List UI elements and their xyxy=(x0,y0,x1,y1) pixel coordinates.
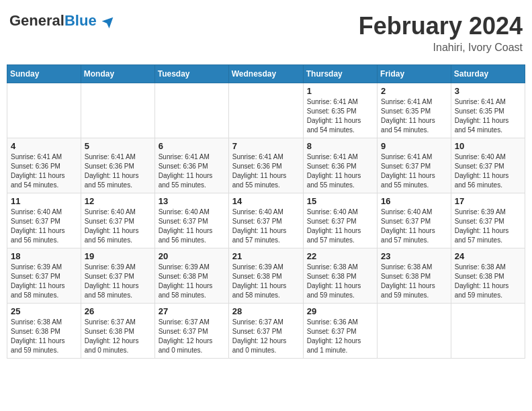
table-row xyxy=(7,83,81,138)
table-row: 24Sunrise: 6:38 AM Sunset: 6:38 PM Dayli… xyxy=(451,248,525,304)
table-row xyxy=(451,304,525,359)
day-number: 21 xyxy=(232,251,300,261)
day-info: Sunrise: 6:41 AM Sunset: 6:36 PM Dayligh… xyxy=(159,152,225,190)
day-info: Sunrise: 6:38 AM Sunset: 6:38 PM Dayligh… xyxy=(307,263,373,300)
table-row: 15Sunrise: 6:40 AM Sunset: 6:37 PM Dayli… xyxy=(303,193,377,248)
table-row: 17Sunrise: 6:39 AM Sunset: 6:37 PM Dayli… xyxy=(451,193,525,248)
header-friday: Friday xyxy=(378,65,451,83)
table-row: 29Sunrise: 6:36 AM Sunset: 6:37 PM Dayli… xyxy=(303,304,377,359)
table-row: 12Sunrise: 6:40 AM Sunset: 6:37 PM Dayli… xyxy=(81,193,154,248)
day-info: Sunrise: 6:38 AM Sunset: 6:38 PM Dayligh… xyxy=(11,318,77,355)
day-number: 25 xyxy=(11,306,77,316)
location-subtitle: Inahiri, Ivory Coast xyxy=(359,42,523,54)
day-info: Sunrise: 6:41 AM Sunset: 6:36 PM Dayligh… xyxy=(85,152,151,190)
table-row: 9Sunrise: 6:41 AM Sunset: 6:37 PM Daylig… xyxy=(378,138,451,193)
table-row: 8Sunrise: 6:41 AM Sunset: 6:36 PM Daylig… xyxy=(303,138,377,193)
header-saturday: Saturday xyxy=(451,65,525,83)
day-number: 2 xyxy=(381,86,447,96)
table-row: 25Sunrise: 6:38 AM Sunset: 6:38 PM Dayli… xyxy=(7,304,81,359)
table-row: 22Sunrise: 6:38 AM Sunset: 6:38 PM Dayli… xyxy=(303,248,377,304)
day-number: 6 xyxy=(159,141,225,151)
table-row: 20Sunrise: 6:39 AM Sunset: 6:38 PM Dayli… xyxy=(154,248,228,304)
header-tuesday: Tuesday xyxy=(154,65,228,83)
table-row: 7Sunrise: 6:41 AM Sunset: 6:36 PM Daylig… xyxy=(228,138,303,193)
day-number: 22 xyxy=(307,251,373,261)
table-row: 16Sunrise: 6:40 AM Sunset: 6:37 PM Dayli… xyxy=(378,193,451,248)
logo-text: GeneralBlue xyxy=(9,12,114,30)
day-number: 26 xyxy=(85,306,151,316)
day-info: Sunrise: 6:40 AM Sunset: 6:37 PM Dayligh… xyxy=(455,152,521,190)
day-number: 12 xyxy=(85,196,151,206)
week-row-4: 18Sunrise: 6:39 AM Sunset: 6:37 PM Dayli… xyxy=(7,248,525,304)
month-year-title: February 2024 xyxy=(359,12,523,40)
day-info: Sunrise: 6:40 AM Sunset: 6:37 PM Dayligh… xyxy=(85,208,151,245)
table-row: 18Sunrise: 6:39 AM Sunset: 6:37 PM Dayli… xyxy=(7,248,81,304)
day-number: 13 xyxy=(159,196,225,206)
day-info: Sunrise: 6:38 AM Sunset: 6:38 PM Dayligh… xyxy=(455,263,521,300)
table-row: 10Sunrise: 6:40 AM Sunset: 6:37 PM Dayli… xyxy=(451,138,525,193)
table-row: 26Sunrise: 6:37 AM Sunset: 6:38 PM Dayli… xyxy=(81,304,154,359)
table-row: 5Sunrise: 6:41 AM Sunset: 6:36 PM Daylig… xyxy=(81,138,154,193)
day-number: 18 xyxy=(11,251,77,261)
logo-general: General xyxy=(9,12,64,29)
table-row: 3Sunrise: 6:41 AM Sunset: 6:35 PM Daylig… xyxy=(451,83,525,138)
table-row xyxy=(81,83,154,138)
logo: GeneralBlue xyxy=(9,12,114,30)
day-info: Sunrise: 6:37 AM Sunset: 6:37 PM Dayligh… xyxy=(159,318,225,355)
day-number: 17 xyxy=(455,196,521,206)
week-row-1: 1Sunrise: 6:41 AM Sunset: 6:35 PM Daylig… xyxy=(7,83,525,138)
table-row xyxy=(228,83,303,138)
week-row-2: 4Sunrise: 6:41 AM Sunset: 6:36 PM Daylig… xyxy=(7,138,525,193)
header-thursday: Thursday xyxy=(303,65,377,83)
day-info: Sunrise: 6:39 AM Sunset: 6:37 PM Dayligh… xyxy=(11,263,77,300)
header-sunday: Sunday xyxy=(7,65,81,83)
header-monday: Monday xyxy=(81,65,154,83)
table-row: 2Sunrise: 6:41 AM Sunset: 6:35 PM Daylig… xyxy=(378,83,451,138)
day-info: Sunrise: 6:37 AM Sunset: 6:38 PM Dayligh… xyxy=(85,318,151,355)
table-row: 4Sunrise: 6:41 AM Sunset: 6:36 PM Daylig… xyxy=(7,138,81,193)
day-number: 3 xyxy=(455,86,521,96)
header-wednesday: Wednesday xyxy=(228,65,303,83)
day-info: Sunrise: 6:40 AM Sunset: 6:37 PM Dayligh… xyxy=(232,208,300,245)
day-info: Sunrise: 6:41 AM Sunset: 6:35 PM Dayligh… xyxy=(307,97,373,135)
table-row: 11Sunrise: 6:40 AM Sunset: 6:37 PM Dayli… xyxy=(7,193,81,248)
day-number: 14 xyxy=(232,196,300,206)
day-info: Sunrise: 6:39 AM Sunset: 6:37 PM Dayligh… xyxy=(85,263,151,300)
day-info: Sunrise: 6:36 AM Sunset: 6:37 PM Dayligh… xyxy=(307,318,373,355)
day-info: Sunrise: 6:41 AM Sunset: 6:37 PM Dayligh… xyxy=(381,152,447,190)
table-row: 27Sunrise: 6:37 AM Sunset: 6:37 PM Dayli… xyxy=(154,304,228,359)
day-info: Sunrise: 6:39 AM Sunset: 6:37 PM Dayligh… xyxy=(455,208,521,245)
day-number: 8 xyxy=(307,141,373,151)
day-number: 23 xyxy=(381,251,447,261)
day-info: Sunrise: 6:40 AM Sunset: 6:37 PM Dayligh… xyxy=(307,208,373,245)
day-info: Sunrise: 6:41 AM Sunset: 6:36 PM Dayligh… xyxy=(232,152,300,190)
table-row: 13Sunrise: 6:40 AM Sunset: 6:37 PM Dayli… xyxy=(154,193,228,248)
table-row: 23Sunrise: 6:38 AM Sunset: 6:38 PM Dayli… xyxy=(378,248,451,304)
day-number: 1 xyxy=(307,86,373,96)
week-row-3: 11Sunrise: 6:40 AM Sunset: 6:37 PM Dayli… xyxy=(7,193,525,248)
day-number: 5 xyxy=(85,141,151,151)
day-info: Sunrise: 6:38 AM Sunset: 6:38 PM Dayligh… xyxy=(381,263,447,300)
day-number: 11 xyxy=(11,196,77,206)
table-row xyxy=(154,83,228,138)
logo-bird-icon xyxy=(101,16,114,30)
day-info: Sunrise: 6:41 AM Sunset: 6:36 PM Dayligh… xyxy=(307,152,373,190)
day-info: Sunrise: 6:40 AM Sunset: 6:37 PM Dayligh… xyxy=(11,208,77,245)
weekday-header-row: Sunday Monday Tuesday Wednesday Thursday… xyxy=(7,65,525,83)
day-number: 19 xyxy=(85,251,151,261)
table-row: 21Sunrise: 6:39 AM Sunset: 6:38 PM Dayli… xyxy=(228,248,303,304)
table-row: 6Sunrise: 6:41 AM Sunset: 6:36 PM Daylig… xyxy=(154,138,228,193)
day-info: Sunrise: 6:37 AM Sunset: 6:37 PM Dayligh… xyxy=(232,318,300,355)
table-row xyxy=(378,304,451,359)
day-number: 7 xyxy=(232,141,300,151)
day-number: 20 xyxy=(159,251,225,261)
logo-blue: Blue xyxy=(64,12,97,29)
day-number: 10 xyxy=(455,141,521,151)
day-number: 9 xyxy=(381,141,447,151)
day-info: Sunrise: 6:40 AM Sunset: 6:37 PM Dayligh… xyxy=(159,208,225,245)
day-number: 15 xyxy=(307,196,373,206)
page-header: GeneralBlue February 2024 Inahiri, Ivory… xyxy=(7,7,525,59)
table-row: 19Sunrise: 6:39 AM Sunset: 6:37 PM Dayli… xyxy=(81,248,154,304)
title-block: February 2024 Inahiri, Ivory Coast xyxy=(359,12,523,54)
day-info: Sunrise: 6:40 AM Sunset: 6:37 PM Dayligh… xyxy=(381,208,447,245)
